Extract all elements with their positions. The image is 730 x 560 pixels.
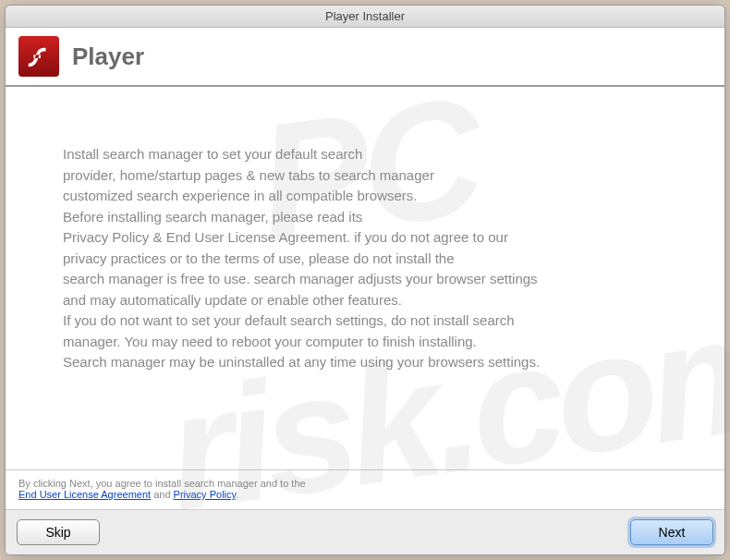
privacy-link[interactable]: Privacy Policy (174, 489, 237, 500)
window-titlebar: Player Installer (6, 6, 724, 28)
header-title: Player (72, 43, 144, 71)
window-title: Player Installer (325, 9, 405, 23)
footer-suffix: . (236, 489, 238, 500)
flash-player-icon (18, 36, 59, 77)
body-text: Install search manager to set your defau… (63, 144, 667, 373)
footer-prefix: By clicking Next, you agree to install s… (18, 478, 306, 489)
content-area: Install search manager to set your defau… (6, 87, 724, 470)
skip-button[interactable]: Skip (17, 519, 100, 545)
button-bar: Skip Next (6, 510, 724, 554)
header: Player (6, 28, 724, 87)
footer-disclaimer: By clicking Next, you agree to install s… (6, 470, 724, 510)
eula-link[interactable]: End User License Agreement (18, 489, 151, 500)
installer-window: Player Installer Player Install search m… (5, 5, 725, 555)
footer-and: and (151, 489, 173, 500)
next-button[interactable]: Next (630, 519, 713, 545)
